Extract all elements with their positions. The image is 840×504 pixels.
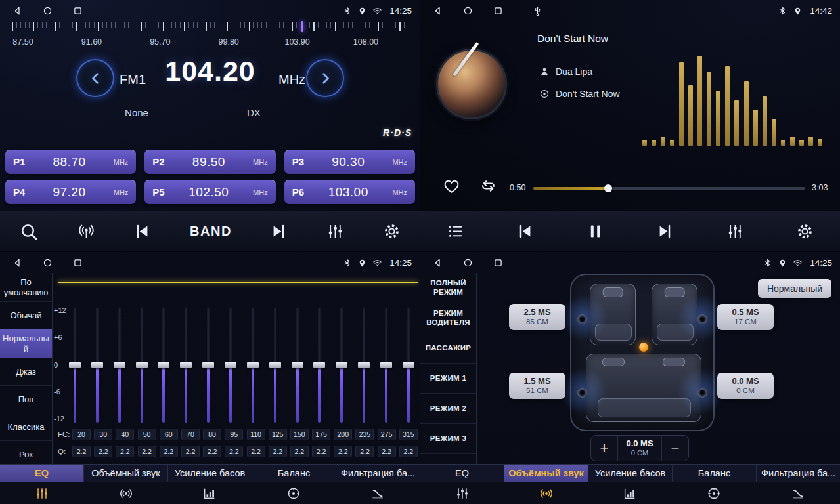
eq-band-slider[interactable] bbox=[135, 307, 148, 423]
eq-mixer-button[interactable] bbox=[726, 222, 744, 240]
search-button[interactable] bbox=[19, 222, 39, 242]
tab-eq-icon[interactable] bbox=[420, 482, 504, 504]
settings-button[interactable] bbox=[383, 222, 401, 240]
back-icon[interactable] bbox=[12, 5, 23, 16]
next-station-button[interactable] bbox=[270, 222, 288, 240]
eq-preset-item[interactable]: Джаз bbox=[0, 358, 52, 386]
slider-handle[interactable] bbox=[292, 362, 303, 368]
surround-mode-item[interactable]: РЕЖИМ 1 bbox=[420, 364, 476, 394]
frequency-ruler[interactable] bbox=[12, 22, 409, 35]
home-circle-icon[interactable] bbox=[42, 5, 53, 16]
slider-handle[interactable] bbox=[225, 362, 236, 368]
eq-band-slider[interactable] bbox=[357, 307, 370, 423]
eq-band-slider[interactable] bbox=[224, 307, 237, 423]
eq-band-slider[interactable] bbox=[380, 307, 393, 423]
audio-tab[interactable]: Усиление басов bbox=[588, 465, 673, 482]
back-icon[interactable] bbox=[432, 5, 443, 16]
back-icon[interactable] bbox=[12, 257, 23, 268]
back-icon[interactable] bbox=[432, 257, 443, 268]
front-left-delay-button[interactable]: 2.5 MS 85 CM bbox=[509, 304, 565, 330]
eq-mixer-button[interactable] bbox=[326, 222, 344, 240]
audio-tab[interactable]: EQ bbox=[420, 465, 504, 482]
tune-up-button[interactable] bbox=[306, 59, 344, 97]
slider-handle[interactable] bbox=[336, 362, 347, 368]
preset-button[interactable]: P3 90.30 MHz bbox=[284, 150, 415, 174]
eq-band-slider[interactable] bbox=[202, 307, 215, 423]
audio-tab[interactable]: Баланс bbox=[673, 465, 757, 482]
slider-handle[interactable] bbox=[358, 362, 370, 368]
decrease-delay-button[interactable]: − bbox=[662, 436, 688, 461]
home-circle-icon[interactable] bbox=[462, 257, 474, 268]
slider-handle[interactable] bbox=[91, 362, 103, 368]
eq-band-slider[interactable] bbox=[113, 307, 126, 423]
slider-handle[interactable] bbox=[180, 362, 192, 368]
preset-button[interactable]: P6 103.00 MHz bbox=[284, 180, 415, 204]
front-right-delay-button[interactable]: 0.5 MS 17 CM bbox=[717, 304, 774, 330]
previous-track-button[interactable] bbox=[516, 222, 534, 240]
repeat-button[interactable] bbox=[479, 177, 497, 195]
eq-band-slider[interactable] bbox=[291, 307, 304, 423]
audio-tab[interactable]: Объёмный звук bbox=[84, 465, 168, 482]
preset-button[interactable]: P2 89.50 MHz bbox=[144, 150, 275, 174]
band-button[interactable]: BAND bbox=[190, 224, 232, 239]
tab-surround-icon[interactable] bbox=[84, 482, 168, 504]
tab-bass-boost-icon[interactable] bbox=[168, 482, 252, 504]
eq-preset-item[interactable]: По умолчанию bbox=[0, 273, 52, 302]
favorite-button[interactable] bbox=[443, 177, 460, 195]
preset-button[interactable]: P1 88.70 MHz bbox=[5, 150, 136, 174]
previous-station-button[interactable] bbox=[133, 222, 151, 240]
eq-band-slider[interactable] bbox=[68, 307, 81, 423]
progress-knob[interactable] bbox=[604, 184, 612, 192]
preset-button[interactable]: P5 102.50 MHz bbox=[144, 180, 275, 204]
slider-handle[interactable] bbox=[202, 362, 214, 368]
audio-tab[interactable]: Баланс bbox=[252, 465, 336, 482]
home-circle-icon[interactable] bbox=[42, 257, 53, 268]
tab-eq-icon[interactable] bbox=[0, 482, 84, 504]
eq-preset-item[interactable]: Нормальный bbox=[0, 329, 52, 358]
recents-square-icon[interactable] bbox=[72, 5, 83, 16]
seek-bar[interactable] bbox=[533, 184, 805, 192]
tune-down-button[interactable] bbox=[76, 59, 114, 97]
audio-tab[interactable]: Усиление басов bbox=[168, 465, 252, 482]
slider-handle[interactable] bbox=[114, 362, 125, 368]
slider-handle[interactable] bbox=[380, 362, 392, 368]
pause-button[interactable] bbox=[586, 222, 604, 240]
audio-tab[interactable]: Фильтрация ба... bbox=[336, 465, 420, 482]
eq-preset-item[interactable]: Поп bbox=[0, 386, 52, 413]
tab-filter-icon[interactable] bbox=[756, 482, 840, 504]
surround-mode-item[interactable]: ПАССАЖИР bbox=[420, 333, 476, 364]
eq-band-slider[interactable] bbox=[313, 307, 326, 423]
recents-square-icon[interactable] bbox=[493, 257, 504, 268]
slider-handle[interactable] bbox=[69, 362, 81, 368]
slider-handle[interactable] bbox=[313, 362, 325, 368]
surround-preset-button[interactable]: Нормальный bbox=[758, 279, 831, 298]
audio-tab[interactable]: EQ bbox=[0, 465, 84, 482]
eq-preset-item[interactable]: Обычай bbox=[0, 302, 52, 329]
home-circle-icon[interactable] bbox=[462, 5, 474, 16]
audio-tab[interactable]: Фильтрация ба... bbox=[757, 465, 840, 482]
eq-band-slider[interactable] bbox=[246, 307, 259, 423]
surround-mode-item[interactable]: РЕЖИМ 3 bbox=[420, 424, 476, 454]
eq-band-slider[interactable] bbox=[402, 307, 415, 423]
increase-delay-button[interactable]: + bbox=[591, 436, 617, 461]
recents-square-icon[interactable] bbox=[72, 257, 83, 268]
eq-band-slider[interactable] bbox=[335, 307, 348, 423]
eq-preset-item[interactable]: Классика bbox=[0, 413, 52, 441]
rear-left-delay-button[interactable]: 1.5 MS 51 CM bbox=[509, 373, 565, 399]
settings-button[interactable] bbox=[796, 222, 814, 240]
slider-handle[interactable] bbox=[269, 362, 281, 368]
broadcast-button[interactable] bbox=[77, 222, 95, 240]
surround-mode-item[interactable]: РЕЖИМ 2 bbox=[420, 394, 476, 424]
playlist-button[interactable] bbox=[447, 222, 464, 240]
surround-mode-item[interactable]: РЕЖИМ ВОДИТЕЛЯ bbox=[420, 303, 476, 333]
tab-filter-icon[interactable] bbox=[336, 482, 420, 504]
slider-handle[interactable] bbox=[403, 362, 414, 368]
slider-handle[interactable] bbox=[136, 362, 148, 368]
eq-band-slider[interactable] bbox=[91, 307, 104, 423]
next-track-button[interactable] bbox=[656, 222, 674, 240]
tab-bass-boost-icon[interactable] bbox=[588, 482, 673, 504]
preset-button[interactable]: P4 97.20 MHz bbox=[5, 180, 136, 204]
tab-balance-icon[interactable] bbox=[252, 482, 336, 504]
slider-handle[interactable] bbox=[247, 362, 259, 368]
eq-band-slider[interactable] bbox=[157, 307, 170, 423]
